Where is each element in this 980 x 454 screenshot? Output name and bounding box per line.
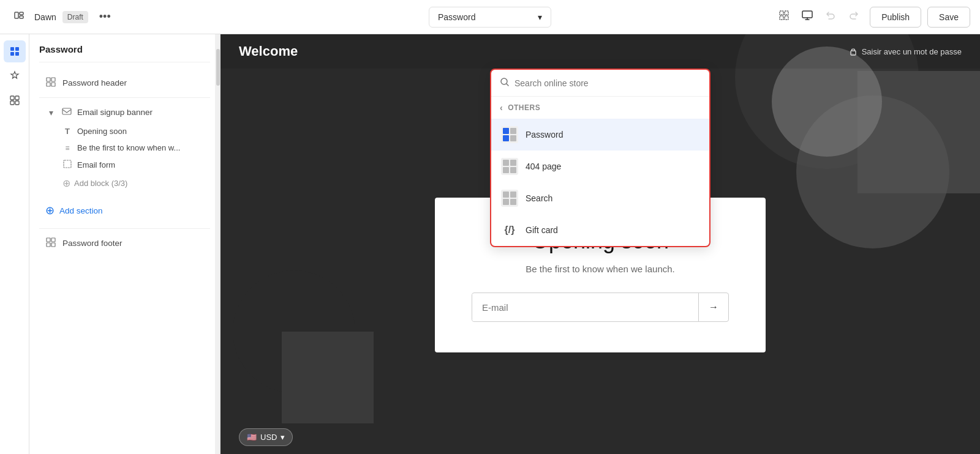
redo-button[interactable] xyxy=(844,6,864,28)
add-section-wrapper: ⊕ Add section xyxy=(39,198,210,223)
dropdown-item-404-label: 404 page xyxy=(526,162,561,171)
preview-password-link[interactable]: Saisir avec un mot de passe xyxy=(848,47,962,56)
search-template-icon xyxy=(501,190,518,207)
add-section-icon: ⊕ xyxy=(45,204,55,217)
sidebar-section-header-email[interactable]: ▾ Email signup banner xyxy=(39,102,210,123)
dropdown-item-search[interactable]: Search xyxy=(491,182,709,214)
toolbar-icons xyxy=(774,6,864,28)
sidebar-apps-button[interactable] xyxy=(4,89,26,111)
svg-rect-2 xyxy=(20,16,23,18)
main-layout: Password Password header xyxy=(0,34,980,454)
dropdown-chevron-icon: ▾ xyxy=(538,12,542,22)
divider-2 xyxy=(39,228,210,229)
top-bar-center: Password ▾ xyxy=(429,7,551,28)
sidebar-item-password-footer[interactable]: Password footer xyxy=(39,233,210,254)
currency-label: USD xyxy=(260,433,277,442)
currency-chevron: ▾ xyxy=(281,433,285,442)
dropdown-section-header[interactable]: ‹ OTHERS xyxy=(491,97,709,119)
dropdown-item-404[interactable]: 404 page xyxy=(491,151,709,182)
svg-rect-23 xyxy=(51,238,55,242)
sidebar-sections-button[interactable] xyxy=(4,40,26,62)
dropdown-search-row xyxy=(491,70,709,97)
svg-rect-0 xyxy=(15,12,18,18)
currency-selector[interactable]: 🇺🇸 USD ▾ xyxy=(239,428,293,446)
password-template-icon xyxy=(501,126,518,143)
svg-rect-8 xyxy=(10,47,14,51)
svg-rect-18 xyxy=(47,83,50,86)
add-section-button[interactable]: ⊕ Add section xyxy=(39,198,109,223)
dropdown-search-input[interactable] xyxy=(514,78,701,88)
dropdown-item-password-label: Password xyxy=(526,130,563,140)
canvas-area: Welcome Saisir avec un mot de passe Open… xyxy=(221,34,980,454)
svg-rect-16 xyxy=(47,78,50,81)
dropdown-item-gift-card[interactable]: {/} Gift card xyxy=(491,214,709,246)
sidebar-section-children: T Opening soon ≡ Be the first to know wh… xyxy=(39,123,210,193)
preview-logo: Welcome xyxy=(239,43,298,59)
dropdown-item-search-label: Search xyxy=(526,193,552,203)
scrollbar-thumb xyxy=(216,49,220,86)
svg-rect-20 xyxy=(62,108,71,114)
undo-button[interactable] xyxy=(821,6,840,28)
sidebar-child-email-form[interactable]: Email form xyxy=(56,156,210,174)
add-block-button[interactable]: ⊕ Add block (3/3) xyxy=(56,174,134,193)
svg-rect-14 xyxy=(10,101,14,105)
svg-rect-7 xyxy=(802,11,812,18)
preview-footer: 🇺🇸 USD ▾ xyxy=(221,420,980,454)
sidebar-wrapper: Password Password header xyxy=(0,34,221,454)
password-footer-label: Password footer xyxy=(62,239,123,248)
flag-icon: 🇺🇸 xyxy=(247,433,257,442)
svg-rect-12 xyxy=(10,96,14,100)
password-header-icon xyxy=(45,77,56,89)
back-button[interactable] xyxy=(10,6,28,28)
svg-rect-1 xyxy=(20,12,23,15)
sidebar-section-email-signup: ▾ Email signup banner T xyxy=(39,102,210,193)
svg-rect-17 xyxy=(51,78,55,81)
404-template-icon xyxy=(501,158,518,175)
dropdown-item-password[interactable]: Password xyxy=(491,119,709,151)
shop-name: Dawn xyxy=(34,12,56,22)
preview-email-submit[interactable]: → xyxy=(698,293,728,321)
publish-button[interactable]: Publish xyxy=(870,7,921,28)
preview-subtitle: Be the first to know when we launch. xyxy=(472,264,729,274)
more-button[interactable]: ••• xyxy=(94,8,116,26)
svg-rect-9 xyxy=(15,47,19,51)
template-dropdown-trigger[interactable]: Password ▾ xyxy=(429,7,551,28)
add-block-icon: ⊕ xyxy=(62,177,70,189)
sidebar-icons-col xyxy=(0,34,29,454)
text-icon: T xyxy=(62,127,72,136)
preview-email-row: → xyxy=(472,292,729,322)
gift-card-template-icon: {/} xyxy=(501,221,518,239)
sidebar-item-password-header[interactable]: Password header xyxy=(39,72,210,94)
bg-shape-5 xyxy=(282,332,374,423)
draft-badge: Draft xyxy=(62,11,88,23)
password-link-text: Saisir avec un mot de passe xyxy=(862,47,962,56)
preview-email-input[interactable] xyxy=(472,294,698,321)
back-chevron-icon: ‹ xyxy=(500,103,503,113)
dropdown-section-label: OTHERS xyxy=(508,103,540,112)
svg-rect-22 xyxy=(47,238,50,242)
svg-rect-21 xyxy=(64,160,71,168)
divider-1 xyxy=(39,97,210,98)
text-lines-icon: ≡ xyxy=(62,144,72,152)
add-block-label: Add block (3/3) xyxy=(74,179,127,188)
email-form-label: Email form xyxy=(77,160,115,169)
selection-tool-button[interactable] xyxy=(774,6,794,28)
svg-rect-15 xyxy=(15,101,19,105)
svg-rect-19 xyxy=(51,83,55,86)
sidebar-child-be-first[interactable]: ≡ Be the first to know when w... xyxy=(56,140,210,156)
sidebar-child-opening-soon[interactable]: T Opening soon xyxy=(56,123,210,140)
opening-soon-label: Opening soon xyxy=(77,127,127,136)
desktop-preview-button[interactable] xyxy=(797,6,817,28)
sidebar-theme-button[interactable] xyxy=(4,65,26,87)
add-section-label: Add section xyxy=(59,206,103,215)
svg-rect-10 xyxy=(10,52,14,56)
svg-rect-6 xyxy=(785,16,788,20)
dropdown-item-gift-card-label: Gift card xyxy=(526,225,558,235)
sidebar-title: Password xyxy=(39,44,210,62)
svg-rect-24 xyxy=(47,243,50,247)
svg-rect-25 xyxy=(51,243,55,247)
sidebar-item-label: Password header xyxy=(62,78,127,87)
sidebar-scrollbar[interactable] xyxy=(215,34,220,454)
save-button[interactable]: Save xyxy=(927,7,970,28)
dropdown-search-icon xyxy=(500,77,510,89)
